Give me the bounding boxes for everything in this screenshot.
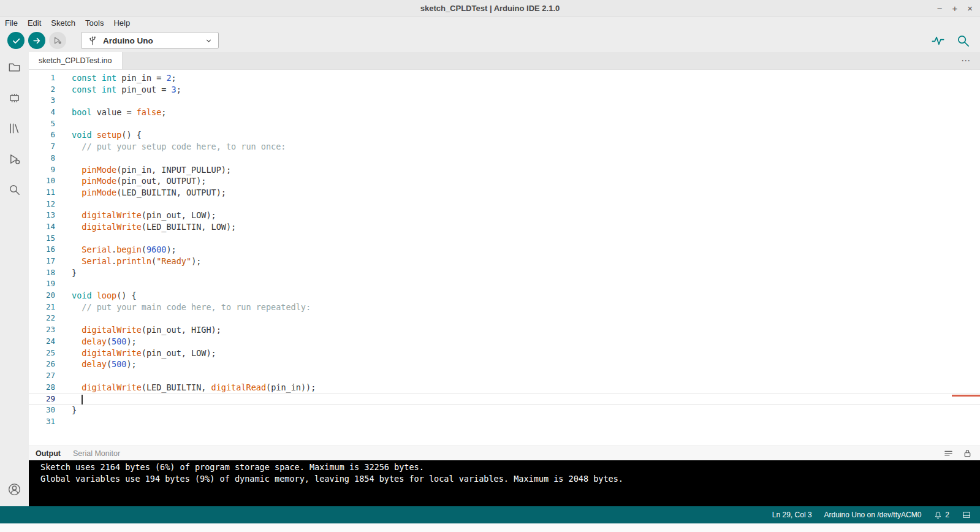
line-number[interactable]: 12 xyxy=(29,199,72,210)
line-number[interactable]: 30 xyxy=(29,405,72,416)
code-line[interactable]: 13 digitalWrite(pin_out, LOW); xyxy=(29,210,980,221)
line-number[interactable]: 16 xyxy=(29,244,72,256)
code-line[interactable]: 27 xyxy=(29,370,980,382)
line-number[interactable]: 1 xyxy=(29,72,72,84)
code-line[interactable]: 2const int pin_out = 3; xyxy=(29,84,980,96)
line-number[interactable]: 15 xyxy=(29,233,72,245)
code-line[interactable]: 20void loop() { xyxy=(29,290,980,302)
code-line[interactable]: 15 xyxy=(29,233,980,245)
line-number[interactable]: 23 xyxy=(29,324,72,336)
code-line[interactable]: 30} xyxy=(29,405,980,416)
line-number[interactable]: 17 xyxy=(29,256,72,267)
code-line[interactable]: 11 pinMode(LED_BUILTIN, OUTPUT); xyxy=(29,187,980,199)
line-number[interactable]: 13 xyxy=(29,210,72,221)
code-line[interactable]: 25 digitalWrite(pin_out, LOW); xyxy=(29,348,980,359)
serial-plotter-icon[interactable] xyxy=(931,34,945,48)
code-text xyxy=(72,233,980,245)
line-number[interactable]: 5 xyxy=(29,118,72,130)
line-number[interactable]: 10 xyxy=(29,175,72,187)
line-number[interactable]: 28 xyxy=(29,382,72,393)
code-line[interactable]: 24 delay(500); xyxy=(29,336,980,348)
line-number[interactable]: 24 xyxy=(29,336,72,348)
upload-button[interactable] xyxy=(28,32,45,49)
tab-overflow-button[interactable]: ⋯ xyxy=(951,52,980,69)
line-number[interactable]: 22 xyxy=(29,313,72,324)
usb-icon xyxy=(87,35,98,46)
console-output[interactable]: Sketch uses 2164 bytes (6%) of program s… xyxy=(29,460,980,506)
line-number[interactable]: 14 xyxy=(29,221,72,233)
tab-output[interactable]: Output xyxy=(36,449,61,458)
tab-serial-monitor[interactable]: Serial Monitor xyxy=(73,449,120,458)
lock-icon[interactable] xyxy=(962,448,973,458)
line-number[interactable]: 25 xyxy=(29,348,72,359)
line-number[interactable]: 27 xyxy=(29,370,72,382)
sidebar-item-library-manager[interactable] xyxy=(4,117,26,139)
code-line[interactable]: 14 digitalWrite(LED_BUILTIN, LOW); xyxy=(29,221,980,233)
menu-tools[interactable]: Tools xyxy=(80,18,108,28)
line-number[interactable]: 29 xyxy=(29,393,72,404)
line-number[interactable]: 26 xyxy=(29,359,72,370)
code-line[interactable]: 8 xyxy=(29,153,980,164)
code-line[interactable]: 18} xyxy=(29,267,980,279)
line-number[interactable]: 19 xyxy=(29,278,72,290)
menu-sketch[interactable]: Sketch xyxy=(46,18,80,28)
titlebar[interactable]: sketch_CPLDTest | Arduino IDE 2.1.0 − + … xyxy=(0,0,980,17)
menu-help[interactable]: Help xyxy=(108,18,135,28)
code-line[interactable]: 28 digitalWrite(LED_BUILTIN, digitalRead… xyxy=(29,382,980,393)
debug-button[interactable] xyxy=(49,32,66,49)
code-line[interactable]: 26 delay(500); xyxy=(29,359,980,370)
code-line[interactable]: 9 pinMode(pin_in, INPUT_PULLUP); xyxy=(29,164,980,176)
sidebar-item-search[interactable] xyxy=(4,178,26,200)
code-line[interactable]: 23 digitalWrite(pin_out, HIGH); xyxy=(29,324,980,336)
menu-edit[interactable]: Edit xyxy=(23,18,46,28)
serial-monitor-icon[interactable] xyxy=(956,34,970,48)
code-line[interactable]: 5 xyxy=(29,118,980,130)
sidebar-item-debug[interactable] xyxy=(4,148,26,170)
arrow-right-icon xyxy=(32,36,42,46)
line-number[interactable]: 8 xyxy=(29,153,72,164)
code-line[interactable]: 17 Serial.println("Ready"); xyxy=(29,256,980,267)
sidebar-item-account[interactable] xyxy=(4,478,26,500)
code-line[interactable]: 4bool value = false; xyxy=(29,107,980,118)
code-line[interactable]: 7 // put your setup code here, to run on… xyxy=(29,141,980,153)
close-button[interactable]: × xyxy=(967,4,973,13)
line-number[interactable]: 18 xyxy=(29,267,72,279)
code-line[interactable]: 10 pinMode(pin_out, OUTPUT); xyxy=(29,175,980,187)
line-number[interactable]: 9 xyxy=(29,164,72,176)
maximize-button[interactable]: + xyxy=(952,4,957,13)
line-number[interactable]: 20 xyxy=(29,290,72,302)
code-line[interactable]: 31 xyxy=(29,416,980,428)
line-number[interactable]: 21 xyxy=(29,302,72,313)
code-line[interactable]: 1const int pin_in = 2; xyxy=(29,72,980,84)
sidebar-item-boards-manager[interactable] xyxy=(4,86,26,108)
board-name: Arduino Uno xyxy=(103,36,200,45)
lines-icon[interactable] xyxy=(943,448,954,458)
line-number[interactable]: 3 xyxy=(29,95,72,107)
code-line[interactable]: 21 // put your main code here, to run re… xyxy=(29,302,980,313)
code-line[interactable]: 16 Serial.begin(9600); xyxy=(29,244,980,256)
line-number[interactable]: 11 xyxy=(29,187,72,199)
tab-sketch[interactable]: sketch_CPLDTest.ino xyxy=(29,52,123,69)
line-number[interactable]: 4 xyxy=(29,107,72,118)
code-line[interactable]: 29 xyxy=(29,393,980,405)
sidebar-item-sketchbook[interactable] xyxy=(4,56,26,78)
code-line[interactable]: 19 xyxy=(29,278,980,290)
panel-toggle-icon[interactable] xyxy=(962,510,971,520)
menu-file[interactable]: File xyxy=(0,18,23,28)
board-port-status[interactable]: Arduino Uno on /dev/ttyACM0 xyxy=(824,511,922,519)
line-number[interactable]: 2 xyxy=(29,84,72,96)
notifications-button[interactable]: 2 xyxy=(933,511,949,520)
cursor-position[interactable]: Ln 29, Col 3 xyxy=(772,511,812,519)
minimize-button[interactable]: − xyxy=(937,4,943,13)
line-number[interactable]: 31 xyxy=(29,416,72,428)
code-line[interactable]: 12 xyxy=(29,199,980,210)
verify-button[interactable] xyxy=(7,32,25,49)
code-line[interactable]: 22 xyxy=(29,313,980,324)
code-line[interactable]: 6void setup() { xyxy=(29,129,980,141)
board-selector[interactable]: Arduino Uno xyxy=(81,32,219,49)
editor-column: sketch_CPLDTest.ino ⋯ 1const int pin_in … xyxy=(29,52,980,506)
line-number[interactable]: 6 xyxy=(29,129,72,141)
code-editor[interactable]: 1const int pin_in = 2;2const int pin_out… xyxy=(29,70,980,446)
code-line[interactable]: 3 xyxy=(29,95,980,107)
line-number[interactable]: 7 xyxy=(29,141,72,153)
